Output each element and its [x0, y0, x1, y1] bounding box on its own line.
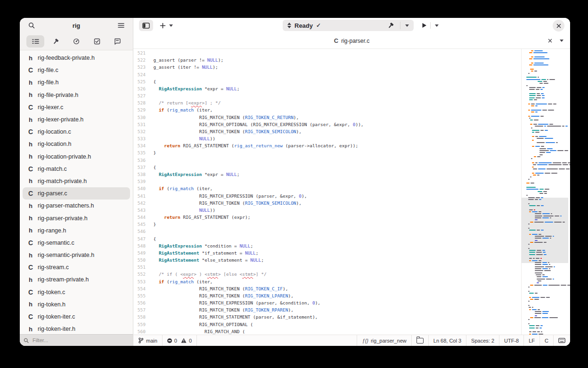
file-item[interactable]: Crig-location.c [23, 126, 130, 138]
file-item[interactable]: hrig-parser-matchers.h [23, 200, 130, 212]
indentation-label: Spaces: 2 [471, 338, 494, 344]
file-name: rig-feedback-private.h [38, 55, 95, 61]
code-line[interactable]: 525 { [133, 78, 518, 85]
filter-input[interactable] [32, 337, 109, 344]
symbol-context[interactable]: ƒ{} rig_parser_new [357, 335, 411, 346]
file-item[interactable]: Crig-semantic.c [23, 237, 130, 249]
code-line[interactable]: 552 /* if ( <expr> ) <stmt> [else <stmt>… [133, 271, 518, 278]
new-page-button[interactable] [158, 20, 175, 31]
tab-list-dropdown[interactable] [560, 40, 564, 42]
code-line[interactable]: 530 RIG_MATCH_TOKEN (RIG_TOKEN_C_RETURN)… [133, 114, 518, 121]
file-item[interactable]: Crig-parser.c [23, 187, 130, 200]
code-line[interactable]: 541 RIG_MATCH_EXPRESSION (parser, &expr,… [133, 192, 518, 199]
code-line[interactable]: 548 RigAstExpression *condition = NULL; [133, 242, 518, 249]
panel-tab-todo[interactable] [88, 35, 106, 48]
code-line[interactable]: 523 g_assert (iter != NULL); [133, 64, 518, 71]
file-item[interactable]: Crig-file.c [23, 64, 130, 76]
file-item[interactable]: hrig-location-private.h [23, 151, 130, 163]
window-close-button[interactable] [553, 20, 564, 32]
line-ending-setting[interactable]: LF [523, 335, 539, 346]
indentation-setting[interactable]: Spaces: 2 [466, 335, 499, 346]
code-line[interactable]: 538 RigAstExpression *expr = NULL; [133, 171, 518, 178]
file-item[interactable]: hrig-location.h [23, 138, 130, 150]
build-options-button[interactable] [400, 20, 414, 31]
run-options-button[interactable] [431, 20, 443, 31]
omnibar[interactable]: Ready ✓ [283, 20, 414, 31]
file-item[interactable]: hrig-stream-private.h [23, 273, 130, 286]
file-item[interactable]: hrig-file-private.h [23, 89, 130, 101]
code-line[interactable]: 526 RigAstExpression *expr = NULL; [133, 85, 518, 92]
code-line[interactable]: 550 RigAstStatement *else_statement = NU… [133, 256, 518, 264]
code-line[interactable]: 534 return RIG_AST_STATEMENT (rig_ast_re… [133, 142, 518, 149]
code-line[interactable]: 531 RIG_MATCH_OPTIONAL (RIG_MATCH_EXPRES… [133, 121, 518, 128]
file-item[interactable]: Crig-stream.c [23, 261, 130, 273]
code-editor[interactable]: 521522 g_assert (parser != NULL);523 g_a… [133, 49, 570, 335]
file-item[interactable]: hrig-file.h [23, 76, 130, 88]
code-line[interactable]: 536 [133, 157, 518, 164]
menu-button[interactable] [115, 20, 127, 31]
code-line[interactable]: 529 if (rig_match (iter, [133, 106, 518, 113]
line-number: 542 [133, 200, 146, 206]
language-setting[interactable]: C [539, 335, 553, 346]
encoding-setting[interactable]: UTF-8 [499, 335, 523, 346]
file-item[interactable]: hrig-range.h [23, 224, 130, 237]
code-line[interactable]: 547 { [133, 235, 518, 242]
keyboard-settings-button[interactable] [553, 335, 570, 346]
code-line[interactable]: 559 RIG_MATCH_OPTIONAL ( [133, 321, 518, 328]
panel-tab-project-tree[interactable] [26, 35, 44, 48]
cursor-position[interactable]: Ln 68, Col 3 [428, 335, 466, 346]
diagnostics-indicator[interactable]: 0 0 [163, 335, 197, 346]
file-item[interactable]: Crig-match.c [23, 163, 130, 175]
minimap[interactable] [521, 49, 568, 335]
code-line[interactable]: 560 RIG_MATCH_AND ( [133, 328, 518, 335]
panel-tab-build[interactable] [47, 35, 65, 48]
toggle-sidebar-button[interactable] [139, 20, 153, 31]
code-line[interactable]: 539 [133, 178, 518, 185]
code-line[interactable]: 533 NULL)) [133, 135, 518, 142]
code-line[interactable]: 551 [133, 264, 518, 271]
git-branch-indicator[interactable]: main [133, 335, 163, 346]
code-line[interactable]: 545 } [133, 221, 518, 228]
code-line[interactable]: 555 RIG_MATCH_TOKEN (RIG_TOKEN_LPAREN), [133, 292, 518, 299]
line-number: 553 [133, 279, 146, 284]
code-line[interactable]: 528 /* return [<expr>] ; */ [133, 99, 518, 106]
panel-tab-chat[interactable] [108, 35, 126, 48]
code-line[interactable]: 542 RIG_MATCH_TOKEN (RIG_TOKEN_SEMICOLON… [133, 200, 518, 207]
project-folder-button[interactable] [411, 335, 428, 346]
code-line[interactable]: 521 [133, 49, 518, 56]
file-item[interactable]: hrig-lexer-private.h [23, 113, 130, 126]
code-line[interactable]: 557 RIG_MATCH_TOKEN (RIG_TOKEN_RPAREN), [133, 306, 518, 313]
code-line[interactable]: 546 [133, 228, 518, 235]
code-line[interactable]: 540 if (rig_match (iter, [133, 185, 518, 192]
file-item[interactable]: hrig-feedback-private.h [23, 52, 130, 64]
tab-close-button[interactable] [548, 39, 552, 43]
code-line[interactable]: 535 } [133, 149, 518, 156]
panel-tab-web[interactable] [67, 35, 85, 48]
code-line[interactable]: 543 NULL)) [133, 207, 518, 214]
line-number: 551 [133, 264, 146, 270]
tab-active-file[interactable]: C rig-parser.c [133, 37, 570, 44]
code-line[interactable]: 544 return RIG_AST_STATEMENT (expr); [133, 214, 518, 221]
file-item[interactable]: hrig-token-iter.h [23, 323, 130, 334]
code-line[interactable]: 554 RIG_MATCH_TOKEN (RIG_TOKEN_C_IF), [133, 285, 518, 292]
file-item[interactable]: hrig-token.h [23, 298, 130, 311]
file-item[interactable]: hrig-parser-private.h [23, 212, 130, 224]
code-line[interactable]: 549 RigAstStatement *if_statement = NULL… [133, 249, 518, 256]
file-item[interactable]: Crig-token-iter.c [23, 311, 130, 323]
file-item[interactable]: hrig-match-private.h [23, 175, 130, 187]
file-item[interactable]: Crig-lexer.c [23, 101, 130, 113]
code-line[interactable]: 553 if (rig_match (iter, [133, 278, 518, 285]
code-line[interactable]: 558 RIG_MATCH_STATEMENT (parser, &if_sta… [133, 313, 518, 320]
code-line[interactable]: 556 RIG_MATCH_EXPRESSION (parser, &condi… [133, 299, 518, 306]
file-item[interactable]: hrig-semantic-private.h [23, 249, 130, 261]
code-line[interactable]: 537 { [133, 164, 518, 171]
code-line[interactable]: 522 g_assert (parser != NULL); [133, 56, 518, 64]
code-line[interactable]: 524 [133, 71, 518, 78]
build-button[interactable] [381, 20, 400, 31]
code-line[interactable]: 532 RIG_MATCH_TOKEN (RIG_TOKEN_SEMICOLON… [133, 128, 518, 135]
file-item[interactable]: Crig-token.c [23, 286, 130, 298]
search-button[interactable] [25, 20, 38, 31]
code-line[interactable]: 527 [133, 92, 518, 99]
source-view[interactable]: 521522 g_assert (parser != NULL);523 g_a… [133, 49, 518, 335]
run-button[interactable] [418, 20, 430, 31]
